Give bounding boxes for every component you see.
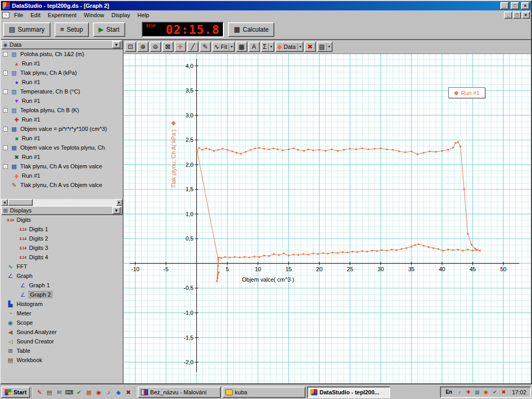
scroll-right-icon[interactable]: ►	[116, 199, 123, 206]
tree-item[interactable]: 3.14Digits 3	[1, 243, 123, 252]
tree-item-run[interactable]: ✖Run #1	[1, 152, 123, 162]
smart-tool-button[interactable]: ✛	[175, 42, 186, 52]
tree-item-run[interactable]: ◆Run #1	[1, 171, 123, 180]
zoom-out-button[interactable]: ⊖	[150, 42, 161, 52]
tree-item-run[interactable]: ■Run #1	[1, 134, 123, 143]
quick-launch-icon[interactable]: ♪	[104, 388, 113, 396]
zoom-in-button[interactable]: ⊕	[137, 42, 149, 52]
tree-collapse-icon[interactable]: -	[3, 71, 8, 75]
calculator-tool-button[interactable]: ▦	[236, 42, 247, 52]
quick-launch-icon[interactable]: ◉	[95, 388, 103, 396]
quick-launch-icon[interactable]: ⌨	[65, 388, 73, 396]
quick-launch-icon[interactable]: ◆	[114, 388, 123, 396]
tray-icon[interactable]: ♪	[456, 389, 463, 396]
displays-panel-header[interactable]: ⊞ Displays ▼	[1, 206, 123, 215]
scale-to-fit-button[interactable]: ⊡	[125, 42, 136, 52]
zoom-select-button[interactable]: ⊠	[162, 42, 174, 52]
quick-launch-icon[interactable]: ✎	[35, 388, 44, 396]
quick-launch-icon[interactable]: ▦	[85, 388, 93, 396]
menu-edit[interactable]: Edit	[27, 11, 44, 19]
chevron-down-icon[interactable]: ▾	[326, 43, 330, 50]
menu-file[interactable]: File	[10, 11, 27, 19]
tree-item-run[interactable]: ▼Run #1	[1, 96, 123, 105]
tree-item[interactable]: 3.14Digits 1	[1, 224, 123, 234]
tree-item[interactable]: -▥Teplota plynu, Ch B (K)	[1, 105, 123, 115]
tree-item-run[interactable]: ●Run #1	[1, 77, 123, 87]
tree-item[interactable]: ✎Tlak plynu, Ch A vs Objem valce	[1, 180, 123, 190]
setup-button[interactable]: ≡ Setup	[55, 22, 89, 37]
tray-icon[interactable]: ▦	[473, 389, 481, 396]
quick-launch-icon[interactable]: ▤	[45, 388, 54, 396]
graph-settings-button[interactable]: ▤▾	[317, 42, 332, 52]
note-tool-button[interactable]: ✎	[200, 42, 211, 52]
hscroll-thumb[interactable]	[8, 199, 33, 206]
mdi-restore-button[interactable]: □	[513, 11, 521, 19]
hscroll-track[interactable]	[8, 199, 116, 206]
tray-icon[interactable]: ✖	[500, 389, 507, 396]
data-menu-button[interactable]: ◆Data▾	[275, 42, 303, 52]
tree-item[interactable]: ◁Sound Creator	[1, 337, 123, 346]
chevron-down-icon[interactable]: ▾	[268, 43, 272, 50]
task-button[interactable]: kuba	[222, 387, 305, 398]
tree-item[interactable]: ⊞Table	[1, 346, 123, 355]
slope-tool-button[interactable]: ╱	[187, 42, 198, 52]
tree-collapse-icon[interactable]: -	[3, 145, 8, 150]
tree-item-run[interactable]: ▲Run #1	[1, 59, 123, 68]
restore-button[interactable]: □	[511, 2, 519, 9]
minimize-button[interactable]: _	[500, 2, 509, 9]
tree-item[interactable]: ∿FFT	[1, 262, 123, 271]
chevron-down-icon[interactable]: ▾	[229, 43, 233, 50]
close-button[interactable]: ×	[521, 2, 529, 9]
tree-collapse-icon[interactable]: -	[3, 89, 8, 94]
task-button[interactable]: DataStudio - tepl200...	[307, 387, 390, 398]
quick-launch-icon[interactable]: ✔	[75, 388, 83, 396]
menu-experiment[interactable]: Experiment	[44, 11, 81, 19]
tree-item[interactable]: ▙Histogram	[1, 299, 123, 309]
tree-item[interactable]: -▥Temperature, Ch B (°C)	[1, 87, 123, 96]
tree-item[interactable]: -▩Objem valce = pi*r*r*y*100 (cm^3)	[1, 124, 123, 134]
tree-item[interactable]: 3.14Digits 4	[1, 252, 123, 262]
y-axis-label-group[interactable]: ◆ Tlak plynu, Ch A( kPa )	[169, 119, 178, 188]
tree-item[interactable]: -▥Poloha pistu, Ch 1&2 (m)	[1, 49, 123, 59]
tree-item[interactable]: ▤Workbook	[1, 355, 123, 365]
tray-icon[interactable]: ✔	[491, 389, 498, 396]
calculate-button[interactable]: ▦ Calculate	[228, 22, 274, 37]
menu-display[interactable]: Display	[108, 11, 134, 19]
tree-collapse-icon[interactable]: -	[3, 52, 8, 57]
x-axis-label[interactable]: Objem valce( cm^3 )	[211, 276, 325, 283]
tree-collapse-icon[interactable]: -	[3, 108, 8, 113]
tree-collapse-icon[interactable]: -	[3, 164, 8, 169]
tree-item[interactable]: -▥Tlak plynu, Ch A (kPa)	[1, 68, 123, 77]
tree-item[interactable]: -▩Objem valce vs Teplota plynu, Ch	[1, 143, 123, 152]
y-axis-label[interactable]: Tlak plynu, Ch A( kPa )	[170, 129, 177, 188]
mdi-close-button[interactable]: ×	[522, 11, 530, 19]
tree-item[interactable]: 3.14Digits	[1, 215, 123, 224]
menu-window[interactable]: Window	[80, 11, 108, 19]
start-button[interactable]: ▶ Start	[93, 22, 125, 37]
quick-launch-icon[interactable]: ✖	[124, 388, 132, 396]
tree-item[interactable]: ∠Graph	[1, 271, 123, 281]
chevron-down-icon[interactable]: ▾	[297, 43, 301, 50]
tree-item[interactable]: ∠Graph 1	[1, 281, 123, 290]
scroll-left-icon[interactable]: ◄	[1, 199, 8, 206]
legend[interactable]: ◆ Run #1	[448, 87, 485, 98]
tray-icon[interactable]: ◉	[482, 389, 489, 396]
mdi-minimize-button[interactable]: _	[504, 11, 512, 19]
text-annotation-button[interactable]: A	[248, 42, 260, 52]
data-tree-hscrollbar[interactable]: ◄ ►	[1, 199, 123, 206]
start-menu-button[interactable]: Start	[1, 387, 30, 398]
tree-item[interactable]: ◔Meter	[1, 309, 123, 318]
tree-collapse-icon[interactable]: -	[3, 127, 8, 131]
statistics-button[interactable]: Σ▾	[261, 42, 274, 52]
language-indicator[interactable]: En	[445, 389, 454, 395]
fit-menu-button[interactable]: ∿Fit▾	[212, 42, 235, 52]
plot-canvas[interactable]: -10-551015202530354045504,03,53,02,52,01…	[124, 54, 531, 383]
tree-item[interactable]: 3.14Digits 2	[1, 234, 123, 243]
delete-button[interactable]: ✖	[304, 42, 316, 52]
tray-icon[interactable]: ✚	[464, 389, 472, 396]
tree-item[interactable]: ◉Scope	[1, 318, 123, 327]
tree-item[interactable]: ◀Sound Analyzer	[1, 327, 123, 337]
tree-item-run[interactable]: ✚Run #1	[1, 115, 123, 124]
tree-item[interactable]: -▩Tlak plynu, Ch A vs Objem valce	[1, 162, 123, 171]
tree-item[interactable]: ∠Graph 2	[1, 290, 123, 299]
